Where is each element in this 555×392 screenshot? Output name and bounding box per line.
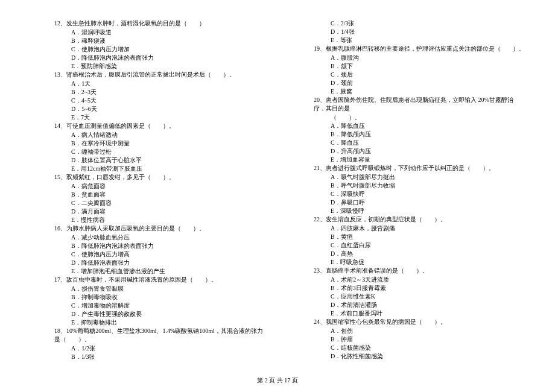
option: D．满月面容 <box>54 207 265 216</box>
question-text: 15、双颊紫红，口唇发绀，多见于（ ）。 <box>54 174 175 180</box>
question-continuation: （ ）。 <box>314 113 525 122</box>
option: D．1/4张 <box>314 28 525 36</box>
question-text: 13、肾癌根治术后，腹膜后引流管的正常拔出时间是术后（ ）。 <box>54 71 235 78</box>
question-text: 14、可使血压测量值偏低的因素是（ ）。 <box>54 122 175 129</box>
two-column-layout: 12、发生急性肺水肿时，酒精湿化吸氧的目的是（ ）A．湿润呼吸道B．稀释痰液C．… <box>0 19 555 361</box>
option: E．等张 <box>314 36 525 45</box>
option: C．使肺泡内压力增高 <box>54 250 265 259</box>
option: E．术前口服番泻叶 <box>314 309 525 318</box>
option: E．7天 <box>54 113 265 122</box>
option: B．贫血面容 <box>54 191 265 199</box>
question-stem: 19、根据乳腺癌淋巴转移的主要途径，护理评估应重点关注的部位是（ ）。 <box>314 45 525 53</box>
option: B．术前3日服青霉素 <box>314 284 525 292</box>
option: E．腋窝 <box>314 87 525 96</box>
option: D．术前清洁灌肠 <box>314 301 525 309</box>
option: C．深吸快呼 <box>314 190 525 198</box>
option: A．创伤 <box>314 327 525 335</box>
option: B．抑制毒物吸收 <box>54 293 265 302</box>
option: C．缠袖带过松 <box>54 148 265 156</box>
option: C．结核菌感染 <box>314 344 525 352</box>
option: B．1/3张 <box>54 353 265 361</box>
option: B．黄疸 <box>314 233 525 241</box>
question-text: 16、为肺水肿病人采取加压吸氧的主要目的是（ ）。 <box>54 225 205 232</box>
option: E．呼吸急促 <box>314 258 525 267</box>
left-column: 12、发生急性肺水肿时，酒精湿化吸氧的目的是（ ）A．湿润呼吸道B．稀释痰液C．… <box>54 19 265 361</box>
option: E．慢性病容 <box>54 216 265 224</box>
option: C．二尖瓣面容 <box>54 199 265 207</box>
question-stem: 21、患者进行腹式呼吸锻炼时，下列动作应予以纠正的是（ ）。 <box>314 164 525 172</box>
question-text: 21、患者进行腹式呼吸锻炼时，下列动作应予以纠正的是（ ）。 <box>314 165 495 171</box>
option: A．损伤胃食管黏膜 <box>54 285 265 293</box>
question-stem: 24、我国缩窄性心包炎最常见的病因是（ ）。 <box>314 318 525 326</box>
option: C．颈后 <box>314 71 525 79</box>
option: B．在寒冷环境中测量 <box>54 139 265 148</box>
question-text: 23、直肠癌手术前准备错误的是（ ）。 <box>314 267 428 274</box>
option: E．深吸慢呼 <box>314 207 525 215</box>
option: B．肿瘤 <box>314 335 525 344</box>
question-stem: 22、发生溶血反应，初期的典型症状是（ ）。 <box>314 215 525 224</box>
right-column: C．2/3张D．1/4张E．等张19、根据乳腺癌淋巴转移的主要途径，护理评估应重… <box>314 19 525 361</box>
option: C．使肺泡内压力增加 <box>54 45 265 54</box>
option: C．血红蛋白尿 <box>314 241 525 250</box>
option: B．呼气时腹部尽力收缩 <box>314 182 525 190</box>
option: D．肢体位置高于心脏水平 <box>54 156 265 165</box>
page-footer: 第 2 页 共 17 页 <box>0 376 555 385</box>
question-stem: 12、发生急性肺水肿时，酒精湿化吸氧的目的是（ ） <box>54 19 265 28</box>
option: A．吸气时腹部尽力挺出 <box>314 173 525 182</box>
option: A．1天 <box>54 80 265 88</box>
question-text: 24、我国缩窄性心包炎最常见的病因是（ ）。 <box>314 318 446 325</box>
option: E．增加肺泡毛细血管渗出液的产生 <box>54 267 265 276</box>
question-stem: 14、可使血压测量值偏低的因素是（ ）。 <box>54 122 265 130</box>
option: D．化脓性细菌感染 <box>314 352 525 361</box>
question-text: 12、发生急性肺水肿时，酒精湿化吸氧的目的是（ ） <box>54 20 205 27</box>
option: A．降低血压 <box>314 122 525 130</box>
option: C．增加毒物的溶解度 <box>54 302 265 310</box>
option: A．湿润呼吸道 <box>54 28 265 37</box>
question-text: 18、10%葡萄糖200ml、生理盐水300ml、1.4%碳酸氢钠100ml，其… <box>54 327 263 343</box>
question-stem: 15、双颊紫红，口唇发绀，多见于（ ）。 <box>54 173 265 182</box>
option: E．预防肺部感染 <box>54 62 265 71</box>
option: C．应用维生素K <box>314 292 525 301</box>
option: B．稀释痰液 <box>54 37 265 45</box>
question-stem: 17、敌百虫中毒时，不采用碱性溶液洗胃的原因是（ ）。 <box>54 276 265 284</box>
option: B．降低肺泡内泡沫的表面张力 <box>54 242 265 250</box>
question-text: 19、根据乳腺癌淋巴转移的主要途径，护理评估应重点关注的部位是（ ）。 <box>314 45 525 52</box>
option: A．术前2～3天进流质 <box>314 276 525 284</box>
question-stem: 16、为肺水肿病人采取加压吸氧的主要目的是（ ）。 <box>54 224 265 233</box>
option: A．病人情绪激动 <box>54 131 265 139</box>
option: A．1/2张 <box>54 344 265 353</box>
option: D．降低肺泡内泡沫的表面张力 <box>54 54 265 62</box>
question-text: 20、患者因脑外伤住院。住院后患者出现脑疝征兆，立即输入 20%甘露醇治疗，其目… <box>314 96 513 112</box>
option: B．颔下 <box>314 62 525 71</box>
option: D．高热 <box>314 250 525 258</box>
option: A．腹股沟 <box>314 54 525 62</box>
option: D．鼻吸口呼 <box>314 198 525 207</box>
question-text: 22、发生溶血反应，初期的典型症状是（ ）。 <box>314 216 446 223</box>
option: D．产生毒性更强的敌敌畏 <box>54 310 265 318</box>
question-stem: 20、患者因脑外伤住院。住院后患者出现脑疝征兆，立即输入 20%甘露醇治疗，其目… <box>314 96 525 113</box>
option: D．升高颅内压 <box>314 147 525 156</box>
option: D．颈前 <box>314 79 525 87</box>
question-stem: 23、直肠癌手术前准备错误的是（ ）。 <box>314 267 525 275</box>
option: C．降血压 <box>314 139 525 147</box>
option: B．降低颅内压 <box>314 130 525 139</box>
option: B．2~3天 <box>54 88 265 96</box>
option: D．5~6天 <box>54 105 265 113</box>
option: A．四肢麻木，腰背剧痛 <box>314 224 525 233</box>
option: E．抑制毒物排出 <box>54 318 265 327</box>
option: E．增加血容量 <box>314 156 525 164</box>
question-stem: 18、10%葡萄糖200ml、生理盐水300ml、1.4%碳酸氢钠100ml，其… <box>54 327 265 344</box>
option: A．病危面容 <box>54 182 265 191</box>
option: C．4~5天 <box>54 96 265 105</box>
option: C．2/3张 <box>314 19 525 28</box>
question-stem: 13、肾癌根治术后，腹膜后引流管的正常拔出时间是术后（ ）。 <box>54 71 265 79</box>
option: E．用12cm袖带测下肢血压 <box>54 165 265 173</box>
option: D．降低肺泡表面张力 <box>54 259 265 267</box>
question-text: 17、敌百虫中毒时，不采用碱性溶液洗胃的原因是（ ）。 <box>54 276 217 283</box>
option: A．减少动脉血氧分压 <box>54 233 265 242</box>
